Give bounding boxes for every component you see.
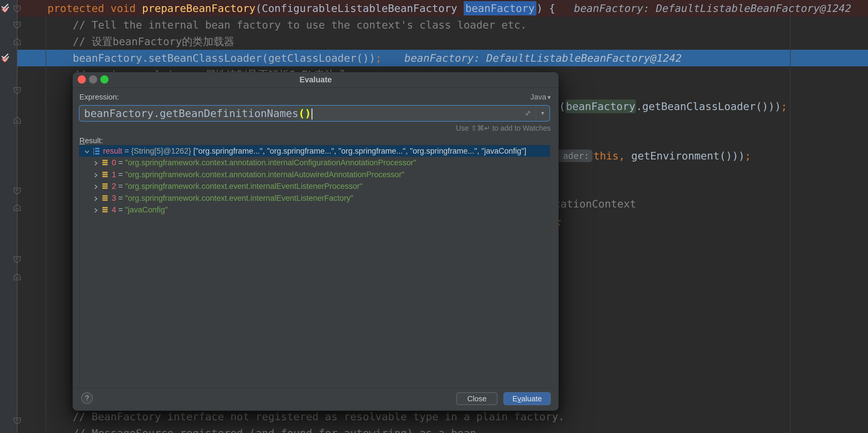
expression-input[interactable]: beanFactory.getBeanDefinitionNames() ▼ (79, 105, 550, 122)
minimize-window-icon (89, 75, 97, 84)
code-line-comment[interactable]: // MessageSource registered (and found f… (73, 425, 483, 433)
code-fragment-context[interactable]: cationContext (554, 195, 636, 212)
code-line-comment-cn[interactable]: // 设置beanFactory的类加载器 (73, 33, 234, 50)
footer-separator (73, 388, 558, 388)
array-element-icon (101, 194, 109, 202)
fold-marker-icon[interactable] (13, 87, 21, 95)
result-type: {String[5]@1262} (131, 147, 193, 156)
fold-marker-icon[interactable] (13, 204, 21, 211)
chevron-collapsed-icon[interactable] (93, 207, 99, 213)
code-fragment-environment[interactable]: this, getEnvironment())); (593, 148, 751, 164)
result-tree: 123 result = {String[5]@1262} ["org.spri… (79, 145, 550, 389)
language-selector[interactable]: Java▾ (530, 93, 551, 101)
fold-marker-icon[interactable] (13, 256, 21, 264)
fold-marker-icon[interactable] (13, 273, 21, 280)
language-label: Java (530, 93, 546, 101)
fold-marker-icon[interactable] (13, 38, 21, 45)
result-label: Result: (80, 136, 103, 145)
breakpoint-icon[interactable] (1, 53, 10, 64)
indent-guide (46, 17, 46, 433)
chevron-collapsed-icon[interactable] (93, 159, 99, 166)
fold-marker-icon[interactable] (13, 417, 21, 425)
result-tree-row[interactable]: 4 = "javaConfig" (79, 204, 550, 216)
chevron-collapsed-icon[interactable] (93, 195, 99, 202)
fold-marker-icon[interactable] (13, 5, 21, 13)
expression-text[interactable]: beanFactory.getBeanDefinitionNames() (84, 106, 312, 121)
close-window-icon[interactable] (78, 75, 86, 84)
inline-debug-hint: beanFactory: DefaultListableBeanFactory@… (574, 0, 851, 17)
parameter-hint-pill: ader: (557, 150, 592, 162)
fold-strip-line (17, 0, 18, 433)
evaluate-button[interactable]: Evaluate (503, 392, 551, 405)
code-line-comment[interactable]: // Tell the internal bean factory to use… (73, 17, 527, 33)
fold-marker-icon[interactable] (13, 116, 21, 124)
array-element-icon (101, 159, 109, 166)
dialog-titlebar[interactable]: Evaluate (73, 72, 558, 88)
dropdown-arrow-icon: ▼ (540, 111, 545, 116)
ide-debugger-screen: protected void prepareBeanFactory(Config… (0, 0, 868, 433)
result-tree-row[interactable]: 1 = "org.springframework.context.annotat… (79, 169, 550, 180)
array-element-icon (101, 182, 109, 190)
array-result-icon: 123 (93, 147, 100, 155)
inline-debug-hint: beanFactory: DefaultListableBeanFactory@… (404, 50, 682, 66)
code-fragment-classloader[interactable]: (beanFactory.getBeanClassLoader())); (559, 98, 787, 115)
close-button[interactable]: Close (456, 392, 497, 405)
result-preview: ["org.springframe...", "org.springframe.… (193, 147, 526, 156)
array-element-icon (101, 171, 109, 178)
code-line-execution[interactable]: beanFactory.setBeanClassLoader(getClassL… (73, 50, 382, 66)
fold-marker-icon[interactable] (13, 22, 21, 29)
expand-editor-icon[interactable] (524, 109, 532, 118)
help-button[interactable]: ? (81, 392, 93, 404)
result-tree-row[interactable]: 3 = "org.springframework.context.event.i… (79, 192, 550, 204)
editor-gutter (0, 0, 18, 433)
result-tree-row[interactable]: 123 result = {String[5]@1262} ["org.spri… (79, 145, 550, 157)
chevron-expanded-icon[interactable] (84, 148, 90, 154)
expression-history-dropdown[interactable]: ▼ (536, 106, 549, 121)
result-name: result (103, 147, 122, 156)
text-caret (312, 109, 312, 120)
chevron-collapsed-icon[interactable] (93, 183, 99, 189)
chevron-down-icon: ▾ (548, 94, 551, 101)
evaluate-dialog: Evaluate Expression: Java▾ beanFactory.g… (72, 72, 559, 411)
result-tree-row[interactable]: 2 = "org.springframework.context.event.i… (79, 180, 550, 192)
fold-marker-icon[interactable] (13, 187, 21, 195)
dialog-title: Evaluate (73, 72, 558, 88)
add-to-watches-hint: Use ⇧⌘↵ to add to Watches (456, 124, 551, 132)
result-tree-row[interactable]: 0 = "org.springframework.context.annotat… (79, 157, 550, 168)
svg-text:3: 3 (93, 153, 95, 155)
array-element-icon (101, 206, 109, 214)
right-margin-guide (790, 0, 790, 433)
code-line-method-declaration[interactable]: protected void prepareBeanFactory(Config… (48, 0, 555, 17)
expression-label: Expression: (80, 93, 119, 101)
breakpoint-icon[interactable] (1, 3, 10, 14)
chevron-collapsed-icon[interactable] (93, 172, 99, 178)
zoom-window-icon[interactable] (100, 75, 108, 84)
